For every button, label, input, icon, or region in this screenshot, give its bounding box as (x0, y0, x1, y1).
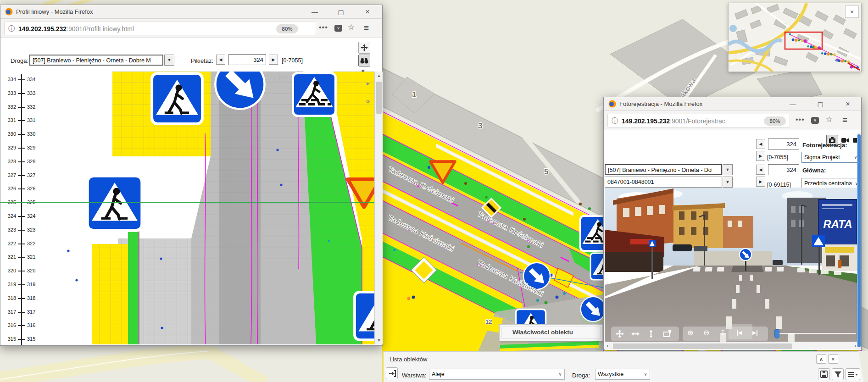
scroll-down-icon[interactable]: ▼ (375, 338, 383, 343)
save-list-button[interactable] (818, 368, 830, 380)
axis-tick: 319319 (0, 282, 37, 287)
pikietaz-prev-button[interactable]: ◀ (216, 55, 225, 65)
profile-scrollbar[interactable]: ▲ ▼ (374, 72, 383, 344)
skip-end-icon[interactable]: ▶ (752, 330, 757, 336)
foto-source-select[interactable]: Sigma Projekt ∨ (801, 152, 860, 163)
panel-collapse-button[interactable]: ∧ (816, 354, 826, 364)
droga-select[interactable]: [507] Braniewo - Pieniężno - Orneta - Do… (29, 55, 163, 66)
hscroll-thumb[interactable] (613, 343, 792, 349)
page-actions-icon[interactable]: ••• (319, 23, 328, 32)
droga-select-arrow[interactable]: ▼ (723, 164, 733, 175)
download-icon[interactable]: ↧ (720, 328, 726, 337)
minimize-button[interactable]: — (783, 97, 803, 111)
menu-hamburger-icon[interactable]: ≡ (364, 23, 369, 33)
panel-close-button[interactable]: × (828, 354, 838, 364)
minimize-button[interactable]: — (305, 5, 325, 19)
object-properties-tooltip[interactable]: Właściwości obiektu (499, 324, 603, 341)
axis-tick: 316316 (0, 322, 37, 328)
odcinek-select[interactable]: 0847001-0848001 (605, 177, 722, 188)
info-icon[interactable]: ⓘ (8, 25, 15, 33)
slider-thumb[interactable] (774, 329, 779, 338)
axis-tick: 324324 (0, 213, 37, 219)
axis-tick: 317317 (0, 309, 37, 315)
zoom-level-badge[interactable]: 80% (276, 24, 298, 33)
menu-hamburger-icon[interactable]: ≡ (842, 115, 847, 125)
close-button[interactable]: × (357, 5, 378, 19)
droga-filter-select[interactable]: Wszystkie ∨ (595, 369, 650, 380)
pan-icon[interactable] (616, 330, 624, 338)
close-button[interactable]: × (838, 97, 858, 111)
save-icon (820, 371, 828, 378)
street-photo[interactable]: RATA (605, 188, 857, 342)
axis-tick: 330330 (0, 131, 37, 137)
axis-tick: 329329 (0, 145, 37, 150)
scroll-up-icon[interactable]: ▲ (375, 73, 383, 78)
minimap-overview[interactable]: » (728, 3, 862, 72)
photo-zoom-toolbar: ⊕ ⊖ ↧ ◀ ▶ (683, 327, 768, 341)
bookmark-star-icon[interactable]: ☆ (826, 115, 833, 124)
warstwa-select[interactable]: Aleje ∨ (429, 369, 565, 380)
reset-view-icon[interactable] (663, 330, 672, 338)
maximize-button[interactable]: ▢ (331, 5, 351, 19)
profile-highlight-line (0, 202, 375, 203)
zoom-level-badge[interactable]: 80% (764, 116, 786, 126)
search-tool-button[interactable] (358, 55, 370, 66)
zoom-out-icon[interactable]: ⊖ (703, 328, 709, 337)
refresh-icon[interactable]: ⟳ (366, 99, 370, 105)
droga-select[interactable]: [507] Braniewo - Pieniężno - Orneta - Do… (605, 164, 722, 175)
pocket-icon[interactable]: ∨ (334, 25, 342, 32)
foto-urlbar: ⓘ 149.202.195.232:9001/Fotorejestrac 80%… (604, 111, 861, 130)
pocket-icon[interactable]: ∨ (811, 117, 819, 124)
scroll-right-icon[interactable]: › (854, 343, 856, 349)
odcinek-select-arrow[interactable]: ▼ (723, 177, 733, 188)
minimap-collapse-button[interactable]: » (845, 6, 859, 18)
page-actions-icon[interactable]: ••• (796, 116, 805, 124)
droga-select-arrow[interactable]: ▼ (164, 55, 174, 66)
axis-tick: 331331 (0, 117, 37, 123)
info-icon[interactable]: ⓘ (612, 117, 618, 125)
filter-button[interactable] (832, 368, 844, 380)
axis-tick: 332332 (0, 104, 37, 110)
axis-tick: 328328 (0, 159, 37, 164)
photo-pan-toolbar (611, 327, 679, 341)
pikietaz-input[interactable] (768, 138, 799, 149)
frame-input[interactable] (768, 164, 799, 175)
axis-tick: 320320 (0, 268, 37, 273)
pick-object-button[interactable] (386, 367, 398, 379)
desktop: Tadeusza Kościuszki Tadeusza Kościuszki … (0, 0, 868, 382)
minimap-canvas[interactable] (729, 3, 861, 72)
pikietaz-next-button[interactable]: ▶ (756, 151, 765, 161)
keep-right-sign-icon (580, 296, 606, 322)
profil-titlebar[interactable]: Profil liniowy - Mozilla Firefox — ▢ × (0, 5, 382, 19)
panel-title: Lista obiektów (389, 356, 427, 363)
stretch-horizontal-icon[interactable] (631, 330, 640, 338)
scroll-thumb[interactable] (376, 82, 382, 114)
tooltip-text: Właściwości obiektu (512, 329, 573, 336)
url-field[interactable]: ⓘ 149.202.195.232:9001/ProfilLiniowy.htm… (4, 22, 316, 35)
firefox-logo-icon (608, 100, 616, 108)
scroll-left-icon[interactable]: ‹ (606, 343, 608, 349)
frame-prev-button[interactable]: ◀ (756, 165, 765, 175)
expand-right-icon[interactable]: ▶ (367, 81, 370, 86)
profile-canvas[interactable] (0, 72, 375, 344)
foto-titlebar[interactable]: Fotorejestracja - Mozilla Firefox — ▢ × (604, 97, 861, 111)
axis-tick: 322322 (0, 241, 37, 246)
frame-next-button[interactable]: ▶ (756, 177, 765, 187)
url-field[interactable]: ⓘ 149.202.195.232:9001/Fotorejestrac 80% (607, 114, 790, 127)
vscroll-thumb[interactable] (857, 134, 861, 347)
zoom-in-icon[interactable]: ⊕ (687, 328, 693, 337)
profil-urlbar: ⓘ 149.202.195.232:9001/ProfilLiniowy.htm… (0, 19, 382, 38)
photo-position-slider[interactable] (779, 333, 856, 334)
stretch-vertical-icon[interactable] (647, 330, 655, 338)
photo-hscrollbar[interactable]: ‹ › (605, 342, 858, 350)
skip-start-icon[interactable]: ◀ (737, 330, 742, 336)
bookmark-star-icon[interactable]: ☆ (348, 22, 355, 32)
pikietaz-next-button[interactable]: ▶ (269, 55, 278, 65)
maximize-button[interactable]: ▢ (810, 97, 830, 111)
photo-vscrollbar[interactable] (857, 133, 861, 350)
pikietaz-input[interactable] (228, 54, 266, 65)
profile-axis-line (21, 74, 22, 345)
view-options-button[interactable] (846, 368, 860, 380)
pan-tool-button[interactable] (358, 42, 370, 54)
pikietaz-prev-button[interactable]: ◀ (756, 139, 765, 149)
